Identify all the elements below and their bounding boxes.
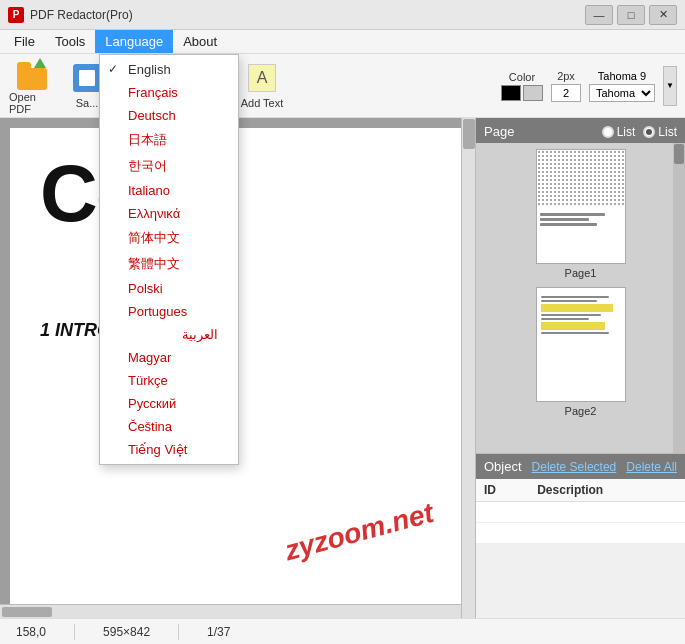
add-text-button[interactable]: A Add Text xyxy=(237,59,287,113)
font-label: Tahoma 9 xyxy=(598,70,646,82)
delete-all-link[interactable]: Delete All xyxy=(626,460,677,474)
lang-chinese-traditional[interactable]: 繁體中文 xyxy=(100,251,238,277)
radio-list1-label: List xyxy=(617,125,636,139)
text-icon: A xyxy=(248,64,276,92)
lang-magyar[interactable]: Magyar xyxy=(100,346,238,369)
menu-about[interactable]: About xyxy=(173,30,227,53)
right-panel: Page List List xyxy=(475,118,685,618)
view-option-list2[interactable]: List xyxy=(643,125,677,139)
lang-polski[interactable]: Polski xyxy=(100,277,238,300)
menu-tools[interactable]: Tools xyxy=(45,30,95,53)
pages-scroll-thumb[interactable] xyxy=(674,144,684,164)
radio-list2-label: List xyxy=(658,125,677,139)
table-cell xyxy=(529,502,685,523)
title-bar-left: P PDF Redactor(Pro) xyxy=(8,7,133,23)
pages-scrollbar[interactable] xyxy=(673,143,685,453)
maximize-button[interactable]: □ xyxy=(617,5,645,25)
lang-francais[interactable]: Français xyxy=(100,81,238,104)
minimize-button[interactable]: — xyxy=(585,5,613,25)
status-coords: 158,0 xyxy=(8,625,54,639)
table-row xyxy=(476,502,685,523)
size-input[interactable] xyxy=(551,84,581,102)
close-button[interactable]: ✕ xyxy=(649,5,677,25)
lang-japanese[interactable]: 日本語 xyxy=(100,127,238,153)
app-icon: P xyxy=(8,7,24,23)
open-pdf-label: Open PDF xyxy=(9,91,57,115)
thumb2-lines xyxy=(537,288,625,342)
lang-arabic[interactable]: العربية xyxy=(100,323,238,346)
font-select[interactable]: Tahoma Arial xyxy=(589,84,655,102)
lang-chinese-simplified[interactable]: 简体中文 xyxy=(100,225,238,251)
lang-russian[interactable]: Русский xyxy=(100,392,238,415)
window-title: PDF Redactor(Pro) xyxy=(30,8,133,22)
radio-list2[interactable] xyxy=(643,126,655,138)
status-sep-2 xyxy=(178,624,179,640)
status-bar: 158,0 595×842 1/37 xyxy=(0,618,685,644)
col-id: ID xyxy=(476,479,529,502)
arrow-icon xyxy=(34,58,46,68)
menu-language[interactable]: Language xyxy=(95,30,173,53)
table-header-row: ID Description xyxy=(476,479,685,502)
add-text-label: Add Text xyxy=(241,97,284,109)
object-table-body xyxy=(476,502,685,544)
lang-portugues[interactable]: Portugues xyxy=(100,300,238,323)
page-panel-header: Page List List xyxy=(476,118,685,143)
lang-vietnamese[interactable]: Tiếng Việt xyxy=(100,438,238,461)
color-swatches xyxy=(501,85,543,101)
table-cell xyxy=(476,523,529,544)
status-page: 1/37 xyxy=(199,625,238,639)
lang-greek[interactable]: Ελληνικά xyxy=(100,202,238,225)
table-cell xyxy=(476,502,529,523)
color-label: Color xyxy=(509,71,535,83)
status-sep-1 xyxy=(74,624,75,640)
page-thumb-2[interactable]: Page2 xyxy=(536,287,626,417)
lang-turkish[interactable]: Türkçe xyxy=(100,369,238,392)
col-description: Description xyxy=(529,479,685,502)
size-control: 2px xyxy=(551,70,581,102)
page1-thumbnail[interactable] xyxy=(536,149,626,264)
pdf-vertical-scrollbar[interactable] xyxy=(461,118,475,618)
object-panel: Object Delete Selected Delete All ID Des… xyxy=(476,453,685,618)
object-table: ID Description xyxy=(476,479,685,544)
folder-body xyxy=(17,68,47,90)
add-text-icon: A xyxy=(246,62,278,94)
radio-list1[interactable] xyxy=(602,126,614,138)
table-cell xyxy=(529,523,685,544)
size-label: 2px xyxy=(557,70,575,82)
thumb-lines xyxy=(537,207,625,232)
lang-italiano[interactable]: Italiano xyxy=(100,179,238,202)
page2-label: Page2 xyxy=(565,405,597,417)
open-pdf-icon xyxy=(17,56,49,88)
lang-korean[interactable]: 한국어 xyxy=(100,153,238,179)
view-option-list1[interactable]: List xyxy=(602,125,636,139)
pdf-horizontal-scrollbar[interactable] xyxy=(0,604,461,618)
object-panel-header: Object Delete Selected Delete All xyxy=(476,454,685,479)
page-thumb-1[interactable]: Page1 xyxy=(536,149,626,279)
open-pdf-button[interactable]: Open PDF xyxy=(8,59,58,113)
status-dimensions: 595×842 xyxy=(95,625,158,639)
toolbar-right-controls: Color 2px Tahoma 9 Tahoma Arial ▼ xyxy=(501,66,677,106)
window-controls: — □ ✕ xyxy=(585,5,677,25)
color-control: Color xyxy=(501,71,543,101)
pages-list[interactable]: Page1 Page2 xyxy=(476,143,685,453)
page1-label: Page1 xyxy=(565,267,597,279)
table-row xyxy=(476,523,685,544)
lang-english[interactable]: English xyxy=(100,58,238,81)
watermark-text: zyzoom.net xyxy=(281,497,437,567)
object-title: Object xyxy=(484,459,522,474)
toolbar-dropdown-arrow[interactable]: ▼ xyxy=(663,66,677,106)
lang-deutsch[interactable]: Deutsch xyxy=(100,104,238,127)
object-actions: Delete Selected Delete All xyxy=(532,460,677,474)
page-panel-title: Page xyxy=(484,124,514,139)
menu-bar: File Tools Language About English França… xyxy=(0,30,685,54)
color-swatch-black[interactable] xyxy=(501,85,521,101)
font-control: Tahoma 9 Tahoma Arial xyxy=(589,70,655,102)
folder-icon xyxy=(17,54,49,90)
color-swatch-secondary[interactable] xyxy=(523,85,543,101)
delete-selected-link[interactable]: Delete Selected xyxy=(532,460,617,474)
page2-thumbnail[interactable] xyxy=(536,287,626,402)
pdf-scroll-thumb[interactable] xyxy=(463,119,475,149)
lang-czech[interactable]: Čeština xyxy=(100,415,238,438)
menu-file[interactable]: File xyxy=(4,30,45,53)
pdf-hscroll-thumb[interactable] xyxy=(2,607,52,617)
